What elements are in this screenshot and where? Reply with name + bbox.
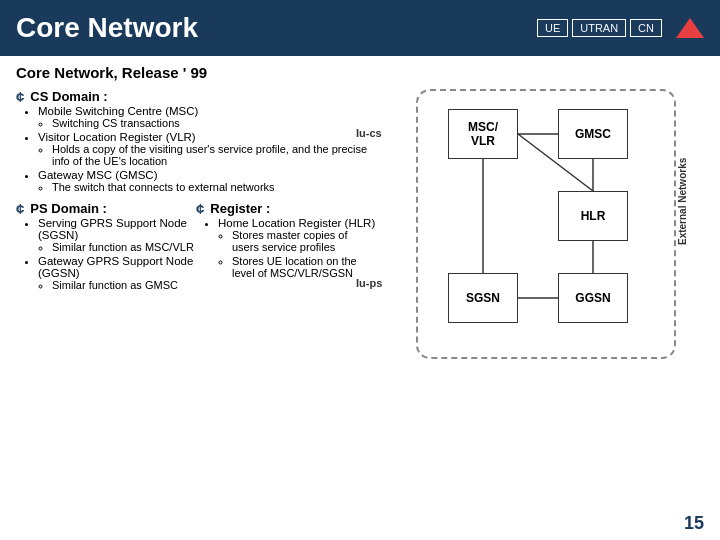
sub-list: Holds a copy of the visiting user's serv… [52, 143, 376, 167]
iucs-label: Iu-cs [356, 127, 382, 139]
register-title: Register : [210, 201, 270, 216]
ps-domain-list: Serving GPRS Support Node (SGSN) Similar… [38, 217, 196, 291]
cs-domain-title: CS Domain : [30, 89, 107, 104]
left-panel: ¢ CS Domain : Mobile Switching Centre (M… [16, 89, 376, 363]
list-item: The switch that connects to external net… [52, 181, 376, 193]
badge-ue: UE [537, 19, 568, 37]
main-content: Core Network, Release ' 99 ¢ CS Domain :… [0, 56, 720, 540]
sub-list: Switching CS transactions [52, 117, 376, 129]
ps-domain-col: ¢ PS Domain : Serving GPRS Support Node … [16, 201, 196, 293]
list-item: Stores UE location on the level of MSC/V… [232, 255, 376, 279]
list-item: Stores master copies of users service pr… [232, 229, 376, 253]
register-bullet-icon: ¢ [196, 200, 204, 217]
header: Core Network UE UTRAN CN [0, 0, 720, 56]
content-row: ¢ CS Domain : Mobile Switching Centre (M… [16, 89, 704, 363]
list-item: Serving GPRS Support Node (SGSN) Similar… [38, 217, 196, 253]
sub-list: Similar function as MSC/VLR [52, 241, 196, 253]
page-number: 15 [684, 513, 704, 534]
iups-label: Iu-ps [356, 277, 382, 289]
badge-utran: UTRAN [572, 19, 626, 37]
hlr-label: HLR [581, 209, 606, 223]
sub-list: Similar function as GMSC [52, 279, 196, 291]
page-title: Core Network [16, 12, 198, 44]
register-col: ¢ Register : Home Location Register (HLR… [196, 201, 376, 293]
list-item: Visitor Location Register (VLR) Holds a … [38, 131, 376, 167]
list-item: Mobile Switching Centre (MSC) Switching … [38, 105, 376, 129]
section-title: Core Network, Release ' 99 [16, 64, 704, 81]
gmsc-node: GMSC [558, 109, 628, 159]
badge-cn: CN [630, 19, 662, 37]
external-networks-label: External Networks [677, 141, 688, 261]
diagram-container: MSC/VLR GMSC HLR SGSN [416, 89, 676, 359]
bottom-two-col: ¢ PS Domain : Serving GPRS Support Node … [16, 201, 376, 293]
right-diagram: Iu-cs Iu-ps [386, 89, 704, 363]
register-label: ¢ Register : [196, 201, 376, 217]
sgsn-label: SGSN [466, 291, 500, 305]
cs-domain-list: Mobile Switching Centre (MSC) Switching … [38, 105, 376, 193]
msc-vlr-label: MSC/VLR [468, 120, 498, 148]
ps-domain-label: ¢ PS Domain : [16, 201, 196, 217]
list-item: Holds a copy of the visiting user's serv… [52, 143, 376, 167]
list-item: Switching CS transactions [52, 117, 376, 129]
register-list: Home Location Register (HLR) Stores mast… [218, 217, 376, 279]
badge-group: UE UTRAN CN [537, 18, 704, 38]
cs-domain-label: ¢ CS Domain : [16, 89, 376, 105]
cs-domain-section: ¢ CS Domain : Mobile Switching Centre (M… [16, 89, 376, 193]
msc-vlr-node: MSC/VLR [448, 109, 518, 159]
sub-list: The switch that connects to external net… [52, 181, 376, 193]
ggsn-label: GGSN [575, 291, 610, 305]
list-item: Similar function as MSC/VLR [52, 241, 196, 253]
sub-list: Stores master copies of users service pr… [232, 229, 376, 279]
sgsn-node: SGSN [448, 273, 518, 323]
up-arrow-icon [676, 18, 704, 38]
ps-domain-title: PS Domain : [30, 201, 107, 216]
gmsc-label: GMSC [575, 127, 611, 141]
ggsn-node: GGSN [558, 273, 628, 323]
cs-bullet-icon: ¢ [16, 88, 24, 105]
hlr-node: HLR [558, 191, 628, 241]
list-item: Gateway MSC (GMSC) The switch that conne… [38, 169, 376, 193]
list-item: Gateway GPRS Support Node (GGSN) Similar… [38, 255, 196, 291]
list-item: Similar function as GMSC [52, 279, 196, 291]
list-item: Home Location Register (HLR) Stores mast… [218, 217, 376, 279]
ps-bullet-icon: ¢ [16, 200, 24, 217]
